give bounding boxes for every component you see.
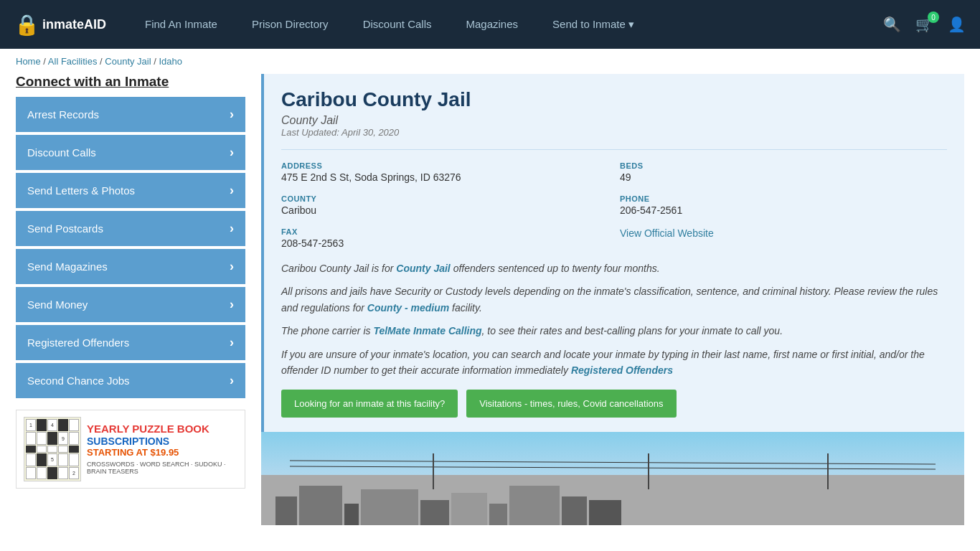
arrow-icon: › xyxy=(230,259,234,274)
sidebar: Connect with an Inmate Arrest Records › … xyxy=(16,74,245,489)
website-link[interactable]: View Official Website xyxy=(620,227,714,239)
info-beds: BEDS 49 xyxy=(620,161,947,183)
nav-discount-calls[interactable]: Discount Calls xyxy=(346,0,449,49)
sidebar-item-label: Send Magazines xyxy=(27,260,108,273)
breadcrumb-county-jail[interactable]: County Jail xyxy=(105,56,151,67)
user-icon[interactable]: 👤 xyxy=(948,16,966,33)
nav-magazines[interactable]: Magazines xyxy=(449,0,536,49)
content: Caribou County Jail County Jail Last Upd… xyxy=(261,74,964,525)
sidebar-item-send-letters[interactable]: Send Letters & Photos › xyxy=(16,173,245,208)
sidebar-menu: Arrest Records › Discount Calls › Send L… xyxy=(16,97,245,398)
facility-descriptions: Caribou County Jail is for County Jail o… xyxy=(281,260,947,378)
nav-links: Find An Inmate Prison Directory Discount… xyxy=(128,0,883,49)
navigation: 🔒 inmateAID Find An Inmate Prison Direct… xyxy=(0,0,980,49)
fax-value: 208-547-2563 xyxy=(281,237,608,249)
sidebar-item-registered-offenders[interactable]: Registered Offenders › xyxy=(16,325,245,360)
breadcrumb-all-facilities[interactable]: All Facilities xyxy=(48,56,98,67)
ad-text: YEARLY PUZZLE BOOK SUBSCRIPTIONS STARTIN… xyxy=(87,423,237,475)
logo-icon: 🔒 xyxy=(14,13,39,37)
info-phone: PHONE 206-547-2561 xyxy=(620,194,947,216)
ad-puzzle-graphic: 1 4 9 5 xyxy=(24,417,81,481)
sidebar-title: Connect with an Inmate xyxy=(16,74,245,90)
fax-label: FAX xyxy=(281,227,608,236)
logo-text: inmateAID xyxy=(42,17,106,32)
facility-updated: Last Updated: April 30, 2020 xyxy=(281,127,947,138)
county-value: Caribou xyxy=(281,204,608,216)
desc2: All prisons and jails have Security or C… xyxy=(281,283,947,316)
facility-name: Caribou County Jail xyxy=(281,88,947,111)
ad-price: STARTING AT $19.95 xyxy=(87,447,237,458)
county-jail-link[interactable]: County Jail xyxy=(396,263,450,274)
power-lines xyxy=(261,453,964,489)
sidebar-item-label: Arrest Records xyxy=(27,108,99,121)
svg-line-0 xyxy=(290,461,936,464)
cart-badge: 0 xyxy=(928,11,939,23)
arrow-icon: › xyxy=(230,297,234,312)
sidebar-item-label: Registered Offenders xyxy=(27,336,129,349)
arrow-icon: › xyxy=(230,373,234,388)
info-fax: FAX 208-547-2563 xyxy=(281,227,608,249)
ad-title: YEARLY PUZZLE BOOK xyxy=(87,423,237,435)
svg-line-1 xyxy=(290,466,936,469)
breadcrumb-idaho[interactable]: Idaho xyxy=(159,56,182,67)
main-layout: Connect with an Inmate Arrest Records › … xyxy=(0,74,980,525)
arrow-icon: › xyxy=(230,335,234,350)
facility-card: Caribou County Jail County Jail Last Upd… xyxy=(261,74,964,432)
sidebar-item-send-magazines[interactable]: Send Magazines › xyxy=(16,249,245,284)
sidebar-ad[interactable]: 1 4 9 5 xyxy=(16,410,245,489)
facility-image xyxy=(261,432,964,525)
desc4: If you are unsure of your inmate's locat… xyxy=(281,347,947,379)
visitations-btn[interactable]: Visitations - times, rules, Covid cancel… xyxy=(466,390,676,418)
breadcrumb-home[interactable]: Home xyxy=(16,56,41,67)
arrow-icon: › xyxy=(230,221,234,236)
beds-value: 49 xyxy=(620,171,947,183)
logo[interactable]: 🔒 inmateAID xyxy=(14,13,106,37)
beds-label: BEDS xyxy=(620,161,947,170)
desc3: The phone carrier is TelMate Inmate Call… xyxy=(281,323,947,339)
sidebar-item-send-money[interactable]: Send Money › xyxy=(16,287,245,322)
sidebar-item-second-chance-jobs[interactable]: Second Chance Jobs › xyxy=(16,363,245,398)
county-label: COUNTY xyxy=(281,194,608,203)
search-icon[interactable]: 🔍 xyxy=(883,16,901,33)
arrow-icon: › xyxy=(230,107,234,122)
registered-offenders-link[interactable]: Registered Offenders xyxy=(571,364,673,376)
sidebar-item-label: Send Money xyxy=(27,298,88,311)
nav-right: 🔍 🛒 0 👤 xyxy=(883,16,966,33)
telmate-link[interactable]: TelMate Inmate Calling xyxy=(373,325,481,336)
facility-type: County Jail xyxy=(281,114,947,127)
arrow-icon: › xyxy=(230,183,234,198)
address-label: ADDRESS xyxy=(281,161,608,170)
nav-find-inmate[interactable]: Find An Inmate xyxy=(128,0,235,49)
address-value: 475 E 2nd S St, Soda Springs, ID 63276 xyxy=(281,171,608,183)
sidebar-item-arrest-records[interactable]: Arrest Records › xyxy=(16,97,245,132)
info-address: ADDRESS 475 E 2nd S St, Soda Springs, ID… xyxy=(281,161,608,183)
info-county: COUNTY Caribou xyxy=(281,194,608,216)
sidebar-item-send-postcards[interactable]: Send Postcards › xyxy=(16,211,245,246)
sidebar-item-label: Second Chance Jobs xyxy=(27,375,130,387)
county-medium-link[interactable]: County - medium xyxy=(367,302,449,314)
info-website: View Official Website xyxy=(620,227,947,249)
arrow-icon: › xyxy=(230,145,234,160)
desc1: Caribou County Jail is for County Jail o… xyxy=(281,260,947,276)
nav-prison-directory[interactable]: Prison Directory xyxy=(235,0,346,49)
cart-icon[interactable]: 🛒 0 xyxy=(915,16,933,33)
find-inmate-btn[interactable]: Looking for an inmate at this facility? xyxy=(281,390,458,418)
sidebar-item-discount-calls[interactable]: Discount Calls › xyxy=(16,135,245,170)
info-grid: ADDRESS 475 E 2nd S St, Soda Springs, ID… xyxy=(281,149,947,249)
sidebar-item-label: Send Postcards xyxy=(27,222,103,235)
breadcrumb: Home / All Facilities / County Jail / Id… xyxy=(0,49,980,74)
ad-types: CROSSWORDS · WORD SEARCH · SUDOKU · BRAI… xyxy=(87,461,237,475)
phone-label: PHONE xyxy=(620,194,947,203)
sidebar-item-label: Discount Calls xyxy=(27,146,96,159)
sidebar-item-label: Send Letters & Photos xyxy=(27,184,135,197)
phone-value: 206-547-2561 xyxy=(620,204,947,216)
ad-subtitle: SUBSCRIPTIONS xyxy=(87,435,237,447)
button-row: Looking for an inmate at this facility? … xyxy=(281,390,947,418)
nav-send-to-inmate[interactable]: Send to Inmate ▾ xyxy=(535,0,651,49)
